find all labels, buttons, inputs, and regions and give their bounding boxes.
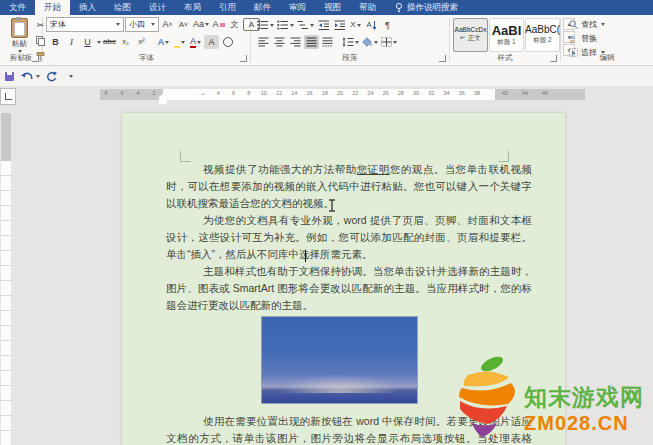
tab-插入[interactable]: 插入	[70, 0, 105, 15]
bullet-list-button[interactable]	[256, 18, 275, 32]
style-heading2[interactable]: AaBbC( 标题 2	[525, 18, 560, 52]
paste-label: 粘贴	[12, 39, 27, 49]
eraser-icon	[220, 23, 225, 27]
shading-button[interactable]	[361, 35, 379, 49]
tab-审阅[interactable]: 审阅	[280, 0, 315, 15]
justify-button[interactable]	[304, 35, 319, 49]
paragraph-2[interactable]: 为使您的文档具有专业外观，word 提供了页眉、页脚、封面和文本框设计，这些设计…	[166, 212, 532, 263]
save-button[interactable]	[5, 72, 14, 81]
tab-文件[interactable]: 文件	[0, 0, 35, 15]
font-dialog-launcher[interactable]	[240, 55, 247, 62]
style-normal[interactable]: AaBbCcDx ↵ 正文	[453, 18, 488, 52]
asian-layout-button[interactable]: X	[348, 18, 363, 32]
clear-formatting-button[interactable]: A	[211, 18, 226, 32]
highlighter-icon	[174, 37, 179, 48]
chevron-down-icon	[355, 41, 359, 44]
ribbon-tabs: 文件开始插入绘图设计布局引用邮件审阅视图帮助	[0, 0, 385, 15]
chevron-down-icon	[601, 23, 605, 26]
tab-引用[interactable]: 引用	[210, 0, 245, 15]
numbered-list-icon	[277, 20, 289, 30]
styles-group-label: 样式	[450, 53, 560, 63]
underline-label: U	[84, 38, 91, 47]
chevron-down-icon[interactable]	[97, 41, 101, 44]
character-shading-label: A	[208, 38, 214, 47]
quick-access-toolbar	[0, 66, 653, 86]
vertical-ruler[interactable]	[1, 113, 11, 445]
strikethrough-button[interactable]: abc	[102, 35, 117, 49]
clipboard-dialog-launcher[interactable]	[32, 55, 39, 62]
show-hide-marks-button[interactable]: ¶	[380, 18, 395, 32]
chevron-down-icon	[205, 23, 209, 26]
enclosed-character-icon: ·	[223, 37, 233, 47]
distribute-button[interactable]	[320, 35, 335, 49]
undo-button[interactable]	[20, 71, 40, 81]
text-effects-button[interactable]: A	[156, 35, 171, 49]
ruler-number: 2	[150, 90, 158, 96]
paragraph-1[interactable]: 视频提供了功能强大的方法帮助您证明您的观点。当您单击联机视频时，可以在想要添加的…	[166, 161, 532, 212]
borders-button[interactable]	[380, 35, 398, 49]
underline-button[interactable]: U	[80, 35, 95, 49]
text-highlight-button[interactable]	[172, 35, 187, 49]
ribbon: 粘贴 ✂ 剪贴板 宋体 小四	[0, 15, 653, 66]
find-button[interactable]: 查找	[569, 18, 605, 30]
style-heading1[interactable]: AaBI 标题 1	[489, 18, 524, 52]
redo-button[interactable]	[46, 71, 57, 82]
multilevel-list-button[interactable]	[296, 18, 315, 32]
chevron-down-icon	[374, 41, 378, 44]
tab-开始[interactable]: 开始	[35, 0, 70, 15]
ruler-right-margin: 424446	[495, 89, 585, 100]
strikethrough-label: abc	[103, 38, 116, 46]
ruler-number: 44	[521, 90, 529, 96]
watermark-site-name: 知末游戏网	[524, 382, 653, 413]
document-photo-ocean-dusk[interactable]	[261, 316, 418, 404]
horizontal-ruler[interactable]: 8642 2468101214161820222426283032343638 …	[100, 89, 585, 100]
align-right-button[interactable]	[288, 35, 303, 49]
phonetic-guide-button[interactable]: 文	[227, 18, 242, 32]
tab-视图[interactable]: 视图	[315, 0, 350, 15]
left-indent-marker[interactable]	[159, 100, 167, 104]
align-center-button[interactable]	[272, 35, 287, 49]
sort-button[interactable]: A	[364, 18, 379, 32]
styles-dialog-launcher[interactable]	[550, 55, 557, 62]
change-case-button[interactable]: Aa	[192, 18, 210, 32]
ruler-number: 38	[473, 90, 481, 96]
bold-button[interactable]: B	[48, 35, 63, 49]
replace-button[interactable]: abac 替换	[569, 32, 597, 44]
lightbulb-icon	[395, 2, 403, 13]
superscript-button[interactable]: x²	[134, 35, 149, 49]
ruler-body-numbers: 2468101214161820222426283032343638	[199, 90, 481, 96]
chevron-down-icon	[393, 41, 397, 44]
align-left-button[interactable]	[256, 35, 271, 49]
ribbon-tab-bar: 文件开始插入绘图设计布局引用邮件审阅视图帮助 操作说明搜索	[0, 0, 653, 15]
sort-arrow-icon	[372, 21, 377, 30]
chevron-down-icon[interactable]	[36, 75, 40, 78]
line-spacing-button[interactable]	[341, 35, 360, 49]
increase-indent-button[interactable]	[332, 18, 347, 32]
paragraph-1-underlined-text[interactable]: 您证明	[357, 163, 390, 175]
numbered-list-button[interactable]	[276, 18, 295, 32]
mouse-ibeam-cursor	[328, 199, 336, 212]
grow-font-button[interactable]: A˄	[160, 18, 175, 32]
tab-stop-selector[interactable]	[0, 88, 16, 105]
customize-qat-chevron-icon[interactable]	[69, 75, 73, 78]
tab-帮助[interactable]: 帮助	[350, 0, 385, 15]
italic-button[interactable]: I	[64, 35, 79, 49]
subscript-button[interactable]: x₂	[118, 35, 133, 49]
find-label: 查找	[581, 19, 597, 30]
font-name-combo[interactable]: 宋体	[46, 17, 124, 32]
tab-绘图[interactable]: 绘图	[105, 0, 140, 15]
paragraph-dialog-launcher[interactable]	[439, 55, 446, 62]
tab-设计[interactable]: 设计	[140, 0, 175, 15]
decrease-indent-button[interactable]	[316, 18, 331, 32]
tab-邮件[interactable]: 邮件	[245, 0, 280, 15]
character-shading-button[interactable]: A	[204, 35, 219, 49]
font-size-combo[interactable]: 小四	[125, 17, 159, 32]
enclose-characters-button[interactable]: ·	[220, 35, 235, 49]
tab-布局[interactable]: 布局	[175, 0, 210, 15]
paragraph-3[interactable]: 主题和样式也有助于文档保持协调。当您单击设计并选择新的主题时，图片、图表或 Sm…	[166, 263, 532, 314]
pilcrow-icon: ¶	[385, 21, 390, 30]
font-color-button[interactable]: A	[188, 35, 203, 49]
italic-label: I	[70, 38, 73, 47]
shrink-font-button[interactable]: A˅	[176, 18, 191, 32]
tell-me-search[interactable]: 操作说明搜索	[395, 0, 458, 15]
